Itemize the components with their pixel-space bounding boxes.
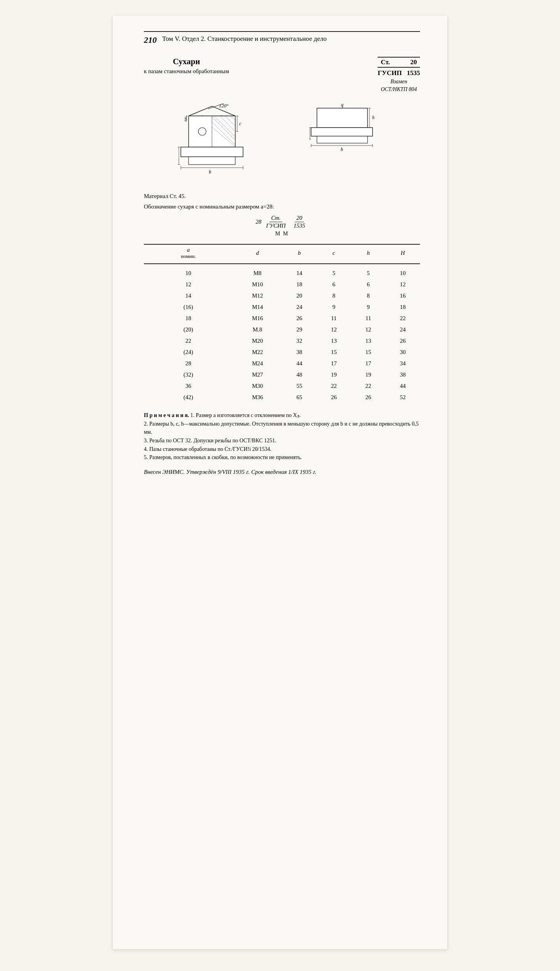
- formula-right-den: 1535: [292, 222, 307, 229]
- gusip-label: ГУСИП: [378, 69, 402, 77]
- table-cell: 26: [317, 392, 351, 403]
- table-cell: 22: [317, 381, 351, 391]
- table-row: 10M8145510: [144, 268, 420, 279]
- svg-text:d: d: [185, 115, 187, 120]
- table-cell: 12: [317, 324, 351, 335]
- page: 210 Том V. Отдел 2. Станкостроение и инс…: [113, 16, 447, 949]
- table-row: 36M3055222244: [144, 381, 420, 391]
- standard-label: Ст.: [381, 58, 390, 66]
- table-cell: M10: [233, 279, 282, 290]
- data-table: a номин. d b c h H 10M814551012M10186612…: [144, 244, 420, 403]
- table-cell: 12: [144, 279, 233, 290]
- table-cell: 13: [351, 336, 386, 346]
- table-cell: 6: [351, 279, 386, 290]
- table-cell: 18: [144, 313, 233, 324]
- col-header-b: b: [282, 245, 317, 261]
- note-line: 4. Пазы станочные обработаны по Ст./ГУСИ…: [144, 445, 420, 454]
- material-line: Материал Ст. 45.: [144, 193, 420, 200]
- notes-section: П р и м е ч а н и я. 1. Размер a изготов…: [144, 411, 420, 462]
- table-cell: 55: [282, 381, 317, 391]
- table-row: 28M2444171734: [144, 358, 420, 369]
- bottom-note: Внесен ЭНИМС. Утверждён 9/VIII 1935 г. С…: [144, 469, 420, 475]
- vzamen: Взамен: [378, 79, 420, 85]
- table-cell: 19: [351, 370, 386, 380]
- table-cell: 17: [351, 358, 386, 369]
- table-cell: M12: [233, 291, 282, 301]
- standard-top: Ст. 20: [378, 58, 420, 67]
- table-cell: 26: [282, 313, 317, 324]
- table-row: 18M1626111122: [144, 313, 420, 324]
- table-body: 10M814551012M1018661214M12208816(16)M142…: [144, 268, 420, 403]
- subtitle: к пазам станочным обработанным: [144, 68, 229, 75]
- content-box: Сухари к пазам станочным обработанным Ст…: [144, 57, 420, 93]
- table-cell: 8: [351, 291, 386, 301]
- table-cell: 44: [282, 358, 317, 369]
- table-cell: (24): [144, 347, 233, 358]
- svg-rect-24: [181, 147, 243, 157]
- table-cell: 11: [351, 313, 386, 324]
- table-row: (32)M2748191938: [144, 370, 420, 380]
- svg-text:b: b: [209, 169, 211, 175]
- table-cell: 26: [385, 336, 420, 346]
- table-cell: 24: [282, 302, 317, 312]
- table-cell: M22: [233, 347, 282, 358]
- table-cell: 34: [385, 358, 420, 369]
- table-row: (42)M3665262652: [144, 392, 420, 403]
- table-cell: 32: [282, 336, 317, 346]
- table-cell: 5: [317, 268, 351, 279]
- col-header-d: d: [233, 245, 282, 261]
- svg-text:q: q: [341, 102, 343, 107]
- table-cell: 18: [385, 302, 420, 312]
- table-cell: 30: [385, 347, 420, 358]
- note-line: 3. Резьба по ОСТ 32. Допуски резьбы по О…: [144, 436, 420, 445]
- table-cell: 22: [385, 313, 420, 324]
- table-cell: 19: [317, 370, 351, 380]
- note-line: 5. Размеров, поставленных в скобки, по в…: [144, 453, 420, 462]
- standard-number: 20: [410, 58, 417, 66]
- table-cell: M14: [233, 302, 282, 312]
- table-cell: 26: [351, 392, 386, 403]
- table-cell: 38: [282, 347, 317, 358]
- table-row-sep: [144, 403, 420, 403]
- table-cell: M27: [233, 370, 282, 380]
- page-number: 210: [144, 35, 157, 45]
- diagrams: 120° a d: [144, 100, 420, 186]
- table-cell: M30: [233, 381, 282, 391]
- title-section: Сухари к пазам станочным обработанным: [144, 57, 229, 75]
- table-cell: 29: [282, 324, 317, 335]
- right-diagram: q h b: [309, 100, 387, 186]
- formula-right-num: 20: [295, 215, 304, 222]
- table-cell: 10: [144, 268, 233, 279]
- table-cell: M36: [233, 392, 282, 403]
- col-header-h: h: [351, 245, 386, 261]
- table-cell: M16: [233, 313, 282, 324]
- svg-rect-25: [189, 157, 235, 165]
- col-header-c: c: [317, 245, 351, 261]
- table-cell: 13: [317, 336, 351, 346]
- standard-box: Ст. 20 ГУСИП 1535 Взамен ОСТ/НКТП 804: [378, 57, 420, 93]
- svg-rect-34: [317, 108, 368, 128]
- table-row: (24)M2238151530: [144, 347, 420, 358]
- note-line: П р и м е ч а н и я. 1. Размер a изготов…: [144, 411, 420, 420]
- table-cell: (16): [144, 302, 233, 312]
- table-cell: 36: [144, 381, 233, 391]
- table-cell: 9: [317, 302, 351, 312]
- table-cell: M8: [233, 268, 282, 279]
- svg-text:h: h: [372, 115, 374, 120]
- designation-line: Обозначение сухаря с номинальным размеро…: [144, 203, 420, 210]
- table-cell: 20: [282, 291, 317, 301]
- table-cell: 15: [317, 347, 351, 358]
- table-cell: 12: [385, 279, 420, 290]
- formula-row: 28 Cm. ГУСИП 20 1535: [256, 215, 308, 229]
- formula-denominator: ГУСИП: [264, 222, 287, 229]
- mm-label: М М: [275, 231, 289, 237]
- table-cell: 65: [282, 392, 317, 403]
- table-cell: 24: [385, 324, 420, 335]
- gusip-number: 1535: [407, 69, 420, 77]
- table-cell: 16: [385, 291, 420, 301]
- notes-container: П р и м е ч а н и я. 1. Размер a изготов…: [144, 411, 420, 462]
- table-cell: 12: [351, 324, 386, 335]
- table-cell: 52: [385, 392, 420, 403]
- table-cell: M.8: [233, 324, 282, 335]
- table-cell: 5: [351, 268, 386, 279]
